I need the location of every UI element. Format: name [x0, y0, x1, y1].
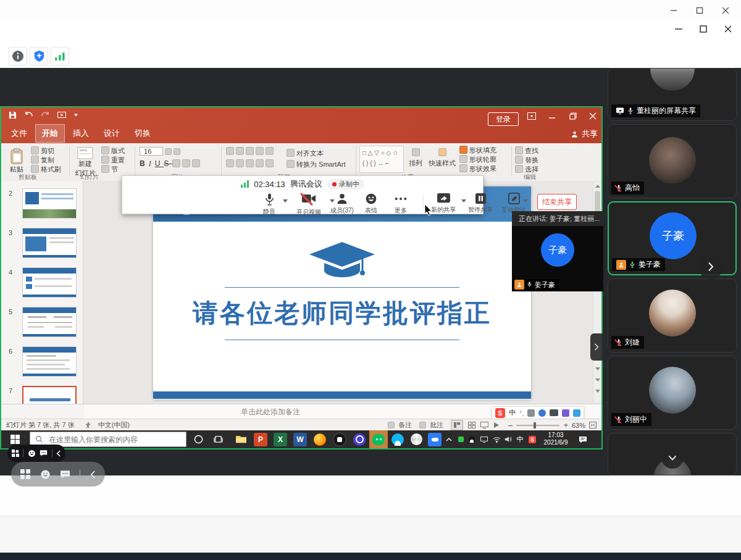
- sogou-logo-icon[interactable]: S: [495, 408, 505, 418]
- align-text-button[interactable]: 对齐文本: [287, 149, 324, 158]
- notes-toggle[interactable]: 备注: [388, 420, 412, 430]
- paste-button[interactable]: 粘贴: [7, 148, 26, 174]
- scroll-up-icon[interactable]: [595, 185, 600, 188]
- tab-transitions[interactable]: 切换: [128, 125, 157, 142]
- annotation-mini-toolbar[interactable]: [7, 445, 65, 462]
- slide-thumbnail[interactable]: [22, 188, 77, 219]
- arrange-button[interactable]: 排列: [406, 148, 425, 168]
- more-button[interactable]: 更多: [387, 193, 415, 215]
- participant-tile-sharing[interactable]: 董桂丽的屏幕共享: [608, 68, 737, 121]
- collapse-left-icon[interactable]: [90, 470, 96, 479]
- grid-icon[interactable]: [20, 469, 30, 479]
- language-status[interactable]: 中文(中国): [98, 420, 130, 430]
- slideshow-icon[interactable]: [57, 112, 66, 119]
- zoom-out-icon[interactable]: −: [508, 420, 513, 430]
- qq-icon[interactable]: [389, 430, 406, 448]
- smiley-icon[interactable]: [28, 449, 36, 458]
- ime-indicator[interactable]: 中: [515, 430, 525, 448]
- task-view-icon[interactable]: [210, 430, 226, 448]
- tray-green-icon[interactable]: [456, 430, 466, 448]
- tray-expand-icon[interactable]: [443, 430, 454, 448]
- participant-tile[interactable]: 刘丽中: [608, 356, 737, 430]
- wifi-icon[interactable]: [492, 430, 501, 448]
- ime-settings-icon[interactable]: [527, 409, 535, 417]
- sidebar-scroll-down-button[interactable]: [661, 446, 684, 469]
- sidebar-next-page-button[interactable]: [698, 254, 723, 279]
- slide-thumbnail-panel[interactable]: 2 3 4: [1, 181, 83, 404]
- ime-punct-icon[interactable]: °,: [519, 409, 524, 417]
- cortana-icon[interactable]: [190, 430, 206, 448]
- volume-icon[interactable]: [503, 430, 513, 448]
- emoji-button[interactable]: 表情: [357, 193, 385, 215]
- minimize-icon[interactable]: [663, 2, 684, 19]
- sorter-view-icon[interactable]: [468, 422, 475, 428]
- slide-canvas[interactable]: 華中師範大學 CENTRAL CHINA NORMAL UNIVERSITY 请…: [153, 186, 531, 399]
- undo-icon[interactable]: [24, 111, 33, 119]
- save-icon[interactable]: [9, 111, 17, 119]
- cloud-app-icon[interactable]: [426, 430, 443, 448]
- slide-thumbnail[interactable]: [22, 307, 77, 337]
- cut-button[interactable]: 剪切: [31, 146, 54, 156]
- tab-home[interactable]: 开始: [36, 125, 64, 142]
- tab-file[interactable]: 文件: [5, 125, 33, 142]
- ime-skin-icon[interactable]: [562, 409, 569, 417]
- close-icon[interactable]: [720, 25, 736, 33]
- notes-placeholder[interactable]: 单击此处添加备注: [241, 407, 300, 417]
- ribbon-display-icon[interactable]: [527, 112, 536, 120]
- fit-window-icon[interactable]: [589, 422, 597, 428]
- ime-mode-icon[interactable]: 中: [509, 408, 516, 417]
- shape-fill-button[interactable]: 形状填充: [459, 146, 496, 155]
- paragraph-list-buttons[interactable]: [226, 147, 275, 155]
- reading-view-icon[interactable]: [480, 422, 488, 428]
- scroll-down-icon[interactable]: [595, 367, 600, 370]
- signin-button[interactable]: 登录: [488, 112, 519, 126]
- participant-tile[interactable]: 刘婕: [608, 278, 737, 353]
- participant-tile[interactable]: 高怡: [608, 124, 737, 198]
- mic-options-icon[interactable]: [283, 199, 288, 203]
- tray-sogou-icon[interactable]: S: [527, 430, 537, 448]
- file-explorer-icon[interactable]: [232, 430, 249, 448]
- firefox-icon[interactable]: [311, 430, 329, 448]
- floating-video-window[interactable]: 正在讲话: 姜子豪; 董桂丽... 子豪 姜子豪: [512, 211, 603, 291]
- powerpoint-icon[interactable]: P: [252, 430, 269, 448]
- annotate-options-icon[interactable]: [523, 199, 528, 203]
- info-icon[interactable]: [9, 47, 27, 65]
- prev-slide-icon[interactable]: [595, 390, 600, 393]
- mute-button[interactable]: 静音: [253, 193, 285, 216]
- chat-bubble-icon[interactable]: [40, 449, 48, 457]
- annotation-toolbar-ghost[interactable]: [11, 462, 105, 487]
- slideshow-view-icon[interactable]: [493, 422, 500, 428]
- reset-button[interactable]: 重置: [101, 156, 125, 165]
- notification-center-icon[interactable]: [576, 430, 590, 448]
- search-input[interactable]: [48, 435, 174, 445]
- qat-more-icon[interactable]: [74, 114, 78, 117]
- chat-bubble-icon[interactable]: [60, 470, 70, 479]
- tray-qq-icon[interactable]: [467, 430, 477, 448]
- shield-plus-icon[interactable]: [30, 47, 48, 65]
- redo-icon[interactable]: [41, 111, 50, 119]
- find-button[interactable]: 查找: [515, 146, 538, 156]
- replace-button[interactable]: 替换: [515, 156, 538, 165]
- grid-icon[interactable]: [12, 449, 19, 457]
- ime-keyboard-icon[interactable]: [550, 409, 558, 416]
- section-button[interactable]: 节: [101, 165, 118, 174]
- paragraph-align-buttons[interactable]: [226, 159, 275, 167]
- smartart-button[interactable]: 转换为 SmartArt: [287, 160, 345, 169]
- maximize-icon[interactable]: [689, 2, 710, 19]
- ime-account-icon[interactable]: [538, 409, 546, 417]
- pause-share-button[interactable]: 暂停共享: [463, 193, 498, 214]
- word-icon[interactable]: W: [291, 430, 309, 448]
- next-slide-icon[interactable]: [595, 378, 600, 382]
- tray-display-icon[interactable]: [479, 430, 489, 448]
- copy-button[interactable]: 复制: [31, 156, 54, 165]
- sidebar-collapse-handle[interactable]: [590, 333, 603, 361]
- end-share-button[interactable]: 结束共享: [537, 194, 577, 210]
- smiley-icon[interactable]: [40, 469, 51, 480]
- maximize-icon[interactable]: [695, 25, 711, 33]
- comments-toggle[interactable]: 批注: [419, 420, 443, 430]
- normal-view-icon[interactable]: [451, 420, 463, 430]
- ime-toolbar[interactable]: S 中 °,: [492, 406, 584, 419]
- ppt-restore-icon[interactable]: [569, 112, 577, 120]
- font-style-buttons[interactable]: BIUS: [140, 159, 202, 169]
- minimize-icon[interactable]: [671, 25, 687, 33]
